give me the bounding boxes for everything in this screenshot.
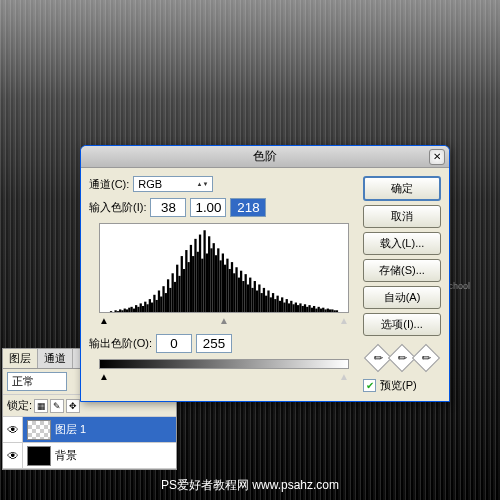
chevron-updown-icon: ▲▼ xyxy=(196,181,208,187)
preview-checkbox[interactable]: ✔ xyxy=(363,379,376,392)
svg-rect-41 xyxy=(203,230,205,312)
svg-rect-67 xyxy=(263,288,265,312)
svg-rect-99 xyxy=(336,310,338,312)
layer-row[interactable]: 👁 背景 xyxy=(3,443,176,469)
lock-label: 锁定: xyxy=(7,398,32,413)
visibility-eye-icon[interactable]: 👁 xyxy=(3,417,23,442)
channel-select[interactable]: RGB ▲▼ xyxy=(133,176,213,192)
preview-label: 预览(P) xyxy=(380,378,417,393)
svg-rect-11 xyxy=(135,305,137,312)
svg-rect-27 xyxy=(172,273,174,312)
svg-rect-13 xyxy=(140,303,142,312)
svg-rect-45 xyxy=(213,243,215,312)
svg-rect-26 xyxy=(169,288,171,312)
svg-rect-81 xyxy=(295,303,297,312)
svg-rect-91 xyxy=(318,307,320,312)
svg-rect-35 xyxy=(190,245,192,312)
lock-transparency-icon[interactable]: ▦ xyxy=(34,399,48,413)
svg-rect-64 xyxy=(256,290,258,312)
load-button[interactable]: 载入(L)... xyxy=(363,232,441,255)
svg-rect-2 xyxy=(114,310,116,312)
output-low-field[interactable] xyxy=(156,334,192,353)
layer-row[interactable]: 👁 图层 1 xyxy=(3,417,176,443)
output-gradient xyxy=(99,359,349,369)
midtone-slider-icon[interactable]: ▲ xyxy=(219,315,229,326)
options-button[interactable]: 选项(I)... xyxy=(363,313,441,336)
dialog-titlebar[interactable]: 色阶 ✕ xyxy=(81,146,449,168)
svg-rect-37 xyxy=(194,239,196,312)
input-shadow-field[interactable] xyxy=(150,198,186,217)
svg-rect-83 xyxy=(299,303,301,312)
svg-rect-5 xyxy=(121,310,123,312)
svg-rect-47 xyxy=(217,248,219,312)
svg-rect-8 xyxy=(128,308,130,312)
svg-rect-59 xyxy=(245,274,247,312)
svg-rect-20 xyxy=(156,300,158,312)
svg-rect-38 xyxy=(197,252,199,312)
svg-rect-74 xyxy=(279,301,281,312)
svg-rect-7 xyxy=(126,309,128,312)
shadow-slider-icon[interactable]: ▲ xyxy=(99,315,109,326)
highlight-slider-icon[interactable]: ▲ xyxy=(339,315,349,326)
svg-rect-14 xyxy=(142,306,144,312)
svg-rect-22 xyxy=(160,297,162,312)
svg-rect-80 xyxy=(292,304,294,312)
input-highlight-field[interactable] xyxy=(230,198,266,217)
svg-rect-87 xyxy=(308,305,310,312)
svg-rect-82 xyxy=(297,305,299,312)
output-levels-label: 输出色阶(O): xyxy=(89,336,152,351)
svg-rect-89 xyxy=(313,306,315,312)
output-high-field[interactable] xyxy=(196,334,232,353)
blend-mode-select[interactable]: 正常 xyxy=(7,372,67,391)
svg-rect-9 xyxy=(130,307,132,312)
svg-rect-56 xyxy=(238,278,240,312)
svg-rect-32 xyxy=(183,269,185,312)
svg-rect-60 xyxy=(247,284,249,312)
svg-rect-73 xyxy=(276,296,278,312)
svg-rect-29 xyxy=(176,265,178,312)
lock-position-icon[interactable]: ✥ xyxy=(66,399,80,413)
layer-name: 背景 xyxy=(55,448,77,463)
tab-channels[interactable]: 通道 xyxy=(38,349,73,368)
input-midtone-field[interactable] xyxy=(190,198,226,217)
svg-rect-31 xyxy=(181,256,183,312)
output-low-slider-icon[interactable]: ▲ xyxy=(99,371,109,382)
svg-rect-72 xyxy=(274,299,276,312)
svg-rect-51 xyxy=(226,259,228,312)
ok-button[interactable]: 确定 xyxy=(363,176,441,201)
svg-rect-92 xyxy=(320,309,322,312)
input-sliders[interactable]: ▲ ▲ ▲ xyxy=(99,315,349,326)
lock-paint-icon[interactable]: ✎ xyxy=(50,399,64,413)
svg-rect-61 xyxy=(249,278,251,312)
eyedropper-white-icon[interactable]: ✎ xyxy=(412,344,440,372)
svg-rect-77 xyxy=(286,299,288,312)
svg-rect-93 xyxy=(322,308,324,312)
close-icon[interactable]: ✕ xyxy=(429,149,445,165)
visibility-eye-icon[interactable]: 👁 xyxy=(3,443,23,468)
svg-rect-42 xyxy=(206,253,208,312)
svg-rect-65 xyxy=(258,284,260,312)
svg-rect-54 xyxy=(233,273,235,312)
svg-rect-15 xyxy=(144,302,146,312)
svg-rect-98 xyxy=(334,310,336,312)
auto-button[interactable]: 自动(A) xyxy=(363,286,441,309)
svg-rect-46 xyxy=(215,255,217,312)
svg-rect-33 xyxy=(185,250,187,312)
layer-name: 图层 1 xyxy=(55,422,86,437)
layer-thumbnail xyxy=(27,446,51,466)
cancel-button[interactable]: 取消 xyxy=(363,205,441,228)
svg-rect-0 xyxy=(110,311,112,312)
svg-rect-63 xyxy=(254,281,256,312)
layer-list: 👁 图层 1 👁 背景 xyxy=(3,417,176,469)
svg-rect-4 xyxy=(119,309,121,312)
svg-rect-66 xyxy=(261,293,263,312)
output-sliders[interactable]: ▲ ▲ xyxy=(99,371,349,382)
svg-rect-96 xyxy=(329,309,331,312)
tab-layers[interactable]: 图层 xyxy=(3,349,38,368)
save-button[interactable]: 存储(S)... xyxy=(363,259,441,282)
svg-rect-48 xyxy=(219,260,221,312)
input-levels-label: 输入色阶(I): xyxy=(89,200,146,215)
svg-rect-12 xyxy=(137,307,139,312)
svg-rect-70 xyxy=(270,297,272,312)
output-high-slider-icon[interactable]: ▲ xyxy=(339,371,349,382)
